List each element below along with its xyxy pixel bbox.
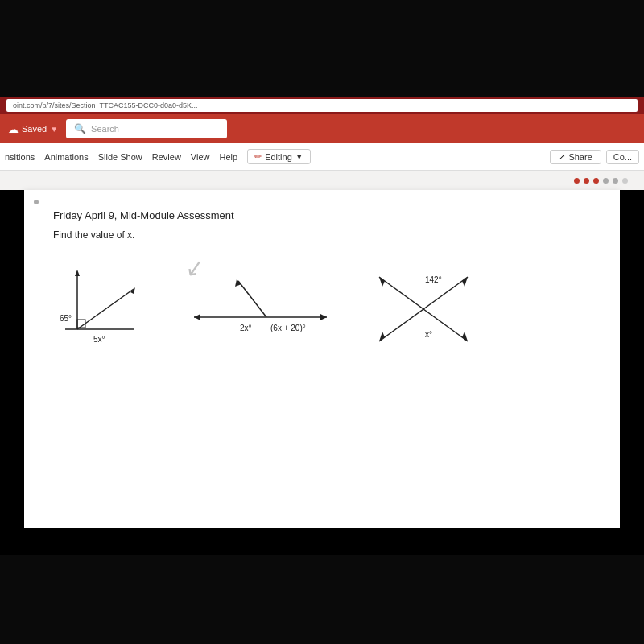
url-text: oint.com/p/7/sites/Section_TTCAC155-DCC0… [13, 101, 198, 109]
url-bar[interactable]: oint.com/p/7/sites/Section_TTCAC155-DCC0… [6, 99, 638, 112]
tab-animations[interactable]: Animations [44, 152, 88, 162]
slide-instruction: Find the value of x. [53, 229, 591, 241]
diagram-3: 142° x° [367, 265, 480, 357]
editing-button[interactable]: ✏ Editing ▼ [247, 149, 311, 164]
tab-review[interactable]: Review [152, 152, 181, 162]
share-label: Share [568, 152, 592, 162]
top-bar: ☁ Saved ▼ 🔍 Search [0, 114, 644, 143]
slide-corner-dot [34, 200, 39, 204]
dot-6 [622, 178, 628, 184]
bottom-black [0, 555, 644, 644]
dot-4 [603, 178, 609, 184]
handwriting-mark: ↙ [183, 253, 205, 282]
dot-2 [584, 178, 589, 184]
search-placeholder: Search [91, 124, 119, 134]
svg-text:x°: x° [425, 330, 432, 339]
diagram-2: 2x° (6x + 20)° [190, 273, 335, 349]
svg-text:65°: 65° [60, 314, 72, 323]
dots-row [0, 171, 644, 190]
tab-slideshow[interactable]: Slide Show [98, 152, 142, 162]
editing-label: Editing [265, 152, 292, 162]
ribbon-bar: nsitions Animations Slide Show Review Vi… [0, 143, 644, 171]
tab-view[interactable]: View [191, 152, 210, 162]
dot-5 [613, 178, 618, 184]
svg-text:(6x + 20)°: (6x + 20)° [270, 324, 306, 332]
svg-line-3 [77, 289, 134, 329]
dot-1 [574, 178, 580, 184]
dot-3 [593, 178, 599, 184]
comment-button[interactable]: Co... [606, 150, 639, 164]
svg-marker-4 [75, 270, 80, 276]
tab-transitions[interactable]: nsitions [5, 152, 35, 162]
diagram-1: 65° 5x° [53, 265, 158, 357]
svg-text:2x°: 2x° [240, 324, 252, 332]
diagrams-container: 65° 5x° 2x° (6x + 20)° [53, 265, 591, 357]
saved-indicator: ☁ Saved ▼ [8, 123, 58, 135]
svg-marker-9 [194, 314, 200, 320]
svg-marker-10 [320, 314, 327, 320]
svg-text:142°: 142° [425, 275, 442, 284]
svg-text:5x°: 5x° [93, 335, 105, 344]
share-button[interactable]: ↗ Share [550, 150, 601, 164]
slide-content: Friday April 9, Mid-Module Assessment Fi… [24, 190, 620, 528]
tab-help[interactable]: Help [220, 152, 238, 162]
saved-label: Saved [22, 124, 47, 134]
search-box[interactable]: 🔍 Search [66, 119, 227, 138]
svg-line-11 [238, 281, 266, 317]
slide-title: Friday April 9, Mid-Module Assessment [53, 209, 591, 221]
